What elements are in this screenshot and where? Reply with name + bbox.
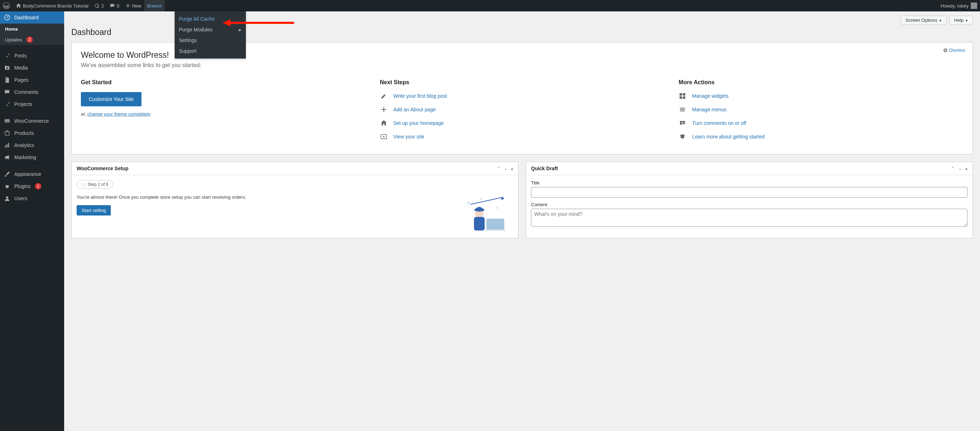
breeze-label: Breeze — [147, 3, 162, 8]
analytics-icon — [3, 142, 11, 149]
svg-rect-23 — [474, 217, 485, 230]
sidebar-woocommerce[interactable]: wooWooCommerce — [0, 115, 64, 127]
view-site-link[interactable]: View your site — [380, 133, 665, 140]
qd-title-input[interactable] — [531, 187, 967, 198]
svg-rect-16 — [683, 93, 685, 96]
pin-icon — [3, 101, 11, 108]
chevron-down-icon: ▼ — [965, 19, 968, 22]
view-icon — [380, 133, 388, 140]
sidebar-products[interactable]: Products — [0, 127, 64, 139]
woo-illustration — [456, 194, 513, 233]
toggle-box-icon[interactable]: ▴ — [511, 166, 513, 171]
customize-site-button[interactable]: Customize Your Site — [81, 92, 142, 106]
breeze-settings[interactable]: Settings — [175, 35, 246, 46]
svg-rect-9 — [6, 144, 8, 147]
sidebar-comments[interactable]: Comments — [0, 86, 64, 98]
learn-more-link[interactable]: Learn more about getting started — [679, 133, 963, 140]
comments-toggle-link[interactable]: Turn comments on or off — [679, 119, 963, 127]
home-icon — [380, 119, 388, 127]
welcome-panel: Dismiss Welcome to WordPress! We've asse… — [71, 42, 973, 155]
my-account[interactable]: Howdy, robey — [938, 0, 980, 11]
plugins-badge: 2 — [35, 183, 41, 190]
sidebar-posts[interactable]: Posts — [0, 49, 64, 62]
widgets-icon — [679, 92, 686, 100]
sidebar-analytics[interactable]: Analytics — [0, 139, 64, 151]
woocommerce-setup-box: WooCommerce Setup ⌃⌄▴ Step 2 of 6 You're… — [71, 161, 519, 238]
qd-content-label: Content — [531, 202, 967, 207]
move-up-icon[interactable]: ⌃ — [951, 166, 955, 171]
sidebar-projects[interactable]: Projects — [0, 98, 64, 110]
write-post-link[interactable]: Write your first blog post — [380, 92, 665, 100]
chevron-down-icon: ▼ — [939, 19, 942, 22]
move-down-icon[interactable]: ⌄ — [958, 166, 962, 171]
svg-point-4 — [7, 17, 8, 18]
woo-desc: You're almost there! Once you complete s… — [76, 194, 449, 201]
breeze-menu-toggle[interactable]: Breeze — [144, 0, 165, 11]
get-started-heading: Get Started — [81, 79, 366, 86]
manage-widgets-link[interactable]: Manage widgets — [679, 92, 963, 100]
svg-text:woo: woo — [5, 120, 10, 122]
dashboard-icon — [3, 14, 11, 21]
svg-marker-2 — [223, 19, 231, 26]
new-content-label: New — [132, 3, 142, 8]
sidebar-users[interactable]: Users — [0, 192, 64, 204]
sidebar-dashboard[interactable]: Dashboard — [0, 11, 64, 24]
dismiss-welcome[interactable]: Dismiss — [943, 48, 966, 53]
megaphone-icon — [3, 154, 11, 161]
qd-title-label: Title — [531, 180, 967, 185]
comment-icon — [3, 88, 11, 96]
screen-options-button[interactable]: Screen Options▼ — [901, 16, 947, 25]
svg-point-5 — [6, 67, 8, 69]
sidebar-dashboard-label: Dashboard — [14, 14, 39, 20]
woo-setup-title: WooCommerce Setup — [76, 166, 128, 171]
site-name-text: BodyCommerce Brands Tutorial — [23, 3, 88, 8]
updates-badge: 2 — [26, 37, 33, 43]
svg-rect-20 — [485, 230, 505, 231]
start-selling-button[interactable]: Start selling — [76, 205, 111, 216]
comments-toolbar[interactable]: 0 — [107, 0, 122, 11]
sidebar-pages[interactable]: Pages — [0, 74, 64, 86]
more-actions-heading: More Actions — [679, 79, 963, 86]
updates-toolbar[interactable]: 2 — [91, 0, 107, 11]
svg-rect-17 — [679, 96, 682, 99]
comments-toolbar-count: 0 — [116, 3, 119, 8]
sidebar-home[interactable]: Home — [0, 24, 64, 34]
svg-rect-15 — [679, 93, 682, 96]
plus-icon — [380, 105, 388, 113]
comment-off-icon — [679, 119, 686, 127]
toggle-box-icon[interactable]: ▴ — [966, 166, 967, 171]
help-button[interactable]: Help▼ — [949, 16, 973, 25]
change-theme-link[interactable]: change your theme completely — [87, 111, 150, 117]
welcome-sub: We've assembled some links to get you st… — [81, 62, 963, 69]
svg-rect-19 — [487, 219, 504, 230]
svg-rect-10 — [8, 143, 9, 148]
move-down-icon[interactable]: ⌄ — [504, 166, 508, 171]
edit-icon — [380, 92, 388, 100]
breeze-support[interactable]: Support — [175, 46, 246, 56]
sidebar-plugins[interactable]: Plugins2 — [0, 180, 64, 192]
qd-content-textarea[interactable] — [531, 209, 967, 227]
spinner-icon — [81, 182, 86, 187]
wp-logo[interactable] — [0, 0, 13, 11]
brush-icon — [3, 171, 11, 178]
move-up-icon[interactable]: ⌃ — [497, 166, 500, 171]
menus-icon — [679, 105, 686, 113]
svg-point-11 — [6, 196, 8, 198]
svg-rect-18 — [683, 96, 685, 99]
manage-menus-link[interactable]: Manage menus — [679, 105, 963, 113]
sidebar-updates[interactable]: Updates2 — [0, 34, 64, 45]
next-steps-heading: Next Steps — [380, 79, 665, 86]
svg-point-14 — [383, 136, 385, 137]
sidebar-appearance[interactable]: Appearance — [0, 168, 64, 180]
new-content[interactable]: New — [122, 0, 144, 11]
close-icon — [943, 48, 948, 53]
add-about-link[interactable]: Add an About page — [380, 105, 665, 113]
svg-point-22 — [474, 208, 484, 212]
quick-draft-box: Quick Draft ⌃⌄▴ Title Content — [526, 161, 973, 238]
sidebar-media[interactable]: Media — [0, 62, 64, 74]
setup-homepage-link[interactable]: Set up your homepage — [380, 119, 665, 127]
pin-icon — [3, 52, 11, 59]
site-name[interactable]: BodyCommerce Brands Tutorial — [13, 0, 91, 11]
updates-toolbar-count: 2 — [101, 3, 104, 8]
sidebar-marketing[interactable]: Marketing — [0, 151, 64, 163]
